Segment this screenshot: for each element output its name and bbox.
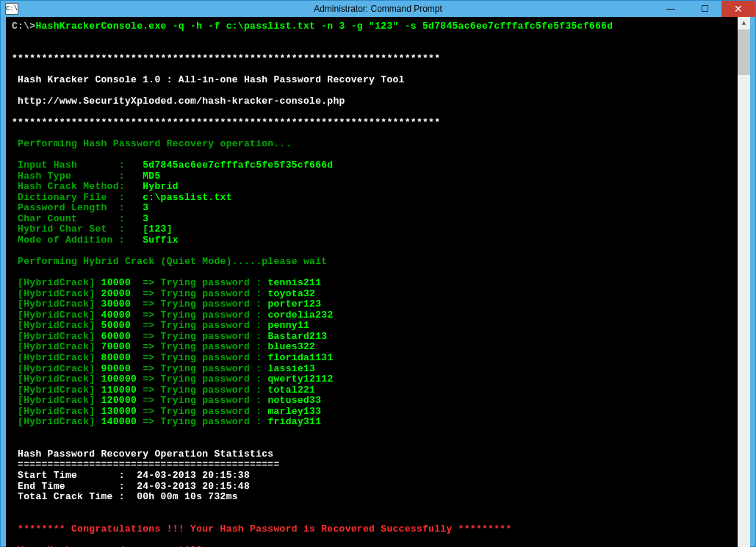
- console-text: 90000: [101, 363, 137, 374]
- console-line: [HybridCrack] 30000 => Trying password :…: [12, 299, 732, 310]
- console-line: [12, 32, 732, 43]
- console-text: 120000: [101, 395, 137, 406]
- console-text: c:\passlist.txt: [143, 192, 232, 203]
- console-line: [HybridCrack] 70000 => Trying password :…: [12, 342, 732, 353]
- console-text: 140000: [101, 416, 137, 427]
- window-title: Administrator: Command Prompt: [1, 4, 755, 14]
- console-line: ****************************************…: [12, 118, 732, 129]
- console-text: ========================================…: [12, 459, 280, 470]
- console-line: [12, 438, 732, 449]
- vertical-scrollbar[interactable]: ▲ ▼: [738, 17, 750, 547]
- console-line: Hash Type : MD5: [12, 171, 732, 182]
- console-line: [12, 150, 732, 161]
- console-text: HashKrackerConsole.exe -q -h -f c:\passl…: [35, 21, 613, 32]
- console-line: Start Time : 24-03-2013 20:15:38: [12, 471, 732, 482]
- console-line: [12, 246, 732, 257]
- close-button[interactable]: ✕: [721, 1, 755, 17]
- console-text: 5d7845ac6ee7cfffafc5fe5f35cf666d: [143, 160, 333, 171]
- console-text: Hash Kracker Console 1.0 : All-in-one Ha…: [12, 74, 405, 85]
- console-text: 100000: [101, 373, 137, 385]
- console-text: [12, 106, 18, 117]
- console-line: [12, 64, 732, 75]
- console-text: Dictionary File :: [12, 192, 143, 203]
- console-line: Hash Kracker Console 1.0 : All-in-one Ha…: [12, 75, 732, 86]
- titlebar[interactable]: C:\ Administrator: Command Prompt — ☐ ✕: [1, 1, 755, 17]
- console-text: [12, 534, 18, 545]
- console-text: [HybridCrack]: [12, 395, 101, 406]
- scroll-up-icon[interactable]: ▲: [738, 17, 750, 29]
- console-text: [12, 32, 18, 43]
- console-text: => Trying password :: [137, 331, 267, 342]
- console-text: => Trying password :: [137, 320, 267, 331]
- console-line: End Time : 24-03-2013 20:15:48: [12, 482, 732, 493]
- console-text: 130000: [101, 406, 137, 417]
- console-text: http://www.SecurityXploded.com/hash-krac…: [12, 96, 345, 107]
- console-text: ******** Congratulations !!! Your Hash P…: [12, 523, 512, 535]
- console-text: Total Crack Time : 00h 00m 10s 732ms: [12, 491, 238, 502]
- console-text: Hash Type :: [12, 171, 143, 182]
- console-text: [12, 512, 18, 523]
- console-text: [12, 437, 18, 448]
- console-line: Performing Hash Password Recovery operat…: [12, 139, 732, 150]
- console-line: [12, 513, 732, 524]
- console-text: Char Count :: [12, 213, 143, 224]
- console-text: cordelia232: [267, 310, 333, 321]
- console-text: tennis211: [267, 277, 321, 288]
- console-text: => Trying password :: [137, 277, 267, 288]
- console-line: [HybridCrack] 10000 => Trying password :…: [12, 278, 732, 289]
- console-text: [HybridCrack]: [12, 277, 101, 288]
- console-line: Dictionary File : c:\passlist.txt: [12, 193, 732, 204]
- minimize-button[interactable]: —: [654, 1, 688, 17]
- console-text: => Trying password :: [137, 288, 267, 299]
- console-text: qwerty12112: [267, 373, 333, 385]
- console-text: End Time : 24-03-2013 20:15:48: [12, 481, 250, 492]
- console-text: => Trying password :: [137, 310, 267, 321]
- vscroll-track[interactable]: [738, 29, 750, 547]
- console-text: Start Time : 24-03-2013 20:15:38: [12, 470, 250, 481]
- console-text: [123]: [143, 224, 173, 235]
- console-line: Hash Crack Method: Hybrid: [12, 182, 732, 193]
- console-text: 50000: [101, 320, 137, 331]
- console-text: => Trying password :: [137, 352, 267, 363]
- console-text: => Trying password :: [137, 416, 267, 427]
- console-text: 30000: [101, 298, 137, 310]
- console-text: Hash Password Recovery Operation Statist…: [12, 448, 273, 460]
- console-text: 60000: [101, 331, 137, 342]
- vscroll-thumb[interactable]: [738, 29, 750, 75]
- console-line: [HybridCrack] 60000 => Trying password :…: [12, 332, 732, 343]
- maximize-button[interactable]: ☐: [688, 1, 721, 17]
- console-text: ****************************************…: [12, 117, 440, 128]
- console-text: 80000: [101, 352, 137, 363]
- console-text: penny11: [267, 320, 309, 331]
- console-text: [12, 42, 18, 53]
- console-output[interactable]: C:\>HashKrackerConsole.exe -q -h -f c:\p…: [6, 17, 738, 547]
- console-text: Suffix: [143, 235, 179, 246]
- window-controls: — ☐ ✕: [654, 1, 755, 17]
- console-text: [12, 245, 18, 256]
- console-text: Bastard213: [267, 331, 327, 342]
- console-text: [HybridCrack]: [12, 310, 101, 321]
- console-text: Input Hash :: [12, 160, 143, 171]
- console-line: ****************************************…: [12, 54, 732, 65]
- console-text: [HybridCrack]: [12, 288, 101, 299]
- content-area: C:\>HashKrackerConsole.exe -q -h -f c:\p…: [6, 17, 750, 547]
- console-line: Char Count : 3: [12, 214, 732, 225]
- console-text: => Trying password :: [137, 395, 267, 406]
- console-text: 70000: [101, 341, 137, 352]
- console-line: ========================================…: [12, 460, 732, 471]
- console-text: toyota32: [267, 288, 315, 299]
- console-line: http://www.SecurityXploded.com/hash-krac…: [12, 96, 732, 107]
- console-line: [HybridCrack] 20000 => Trying password :…: [12, 289, 732, 300]
- console-line: C:\>HashKrackerConsole.exe -q -h -f c:\p…: [12, 21, 732, 32]
- console-text: Hash Crack Method:: [12, 181, 143, 192]
- console-line: [12, 85, 732, 96]
- console-text: => Trying password :: [137, 341, 267, 352]
- console-line: Total Crack Time : 00h 00m 10s 732ms: [12, 492, 732, 503]
- console-line: Hash Password Recovery Operation Statist…: [12, 449, 732, 460]
- console-line: [HybridCrack] 130000 => Trying password …: [12, 407, 732, 418]
- console-text: => Trying password :: [137, 406, 267, 417]
- console-text: 110000: [101, 385, 137, 396]
- console-text: Hybrid Char Set :: [12, 224, 143, 235]
- console-text: [HybridCrack]: [12, 352, 101, 363]
- console-text: MD5: [143, 171, 160, 182]
